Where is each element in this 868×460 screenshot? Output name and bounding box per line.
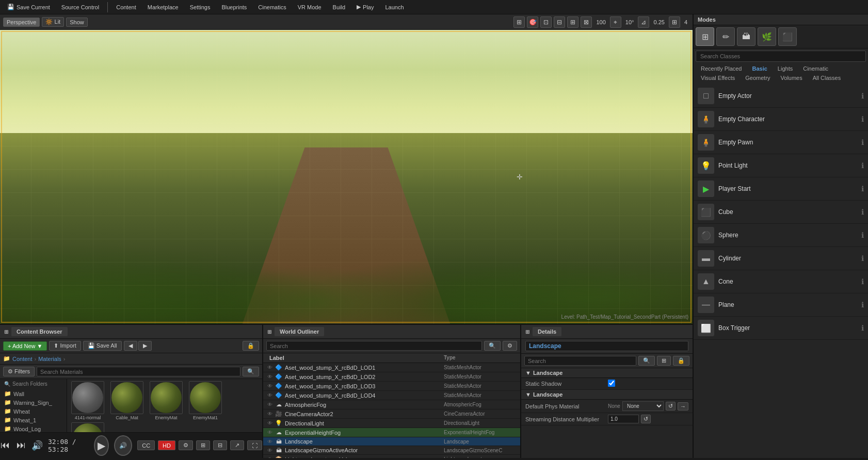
details-search-btn[interactable]: 🔍 [638,356,655,366]
wo-row[interactable]: 👁 💡 DirectionalLight DirectionalLight [263,419,520,428]
path-content[interactable]: Content [12,356,33,362]
volume-btn[interactable]: 🔊 [31,438,43,453]
menu-save-current[interactable]: 💾 Save Current [2,3,55,11]
wo-row[interactable]: 👁 🔷 Aset_wood_stump_X_rcBdD_LOD4 StaticM… [263,391,520,400]
details-search-input[interactable] [524,356,636,366]
lock-btn[interactable]: 🔒 [243,341,259,351]
folder-item[interactable]: 📁Wheat [0,407,67,416]
menu-build[interactable]: Build [328,3,350,11]
vp-icon-6[interactable]: ⊠ [581,17,592,28]
landscape-section-2[interactable]: ▼ Landscape [521,390,693,400]
mode-item-box-trigger[interactable]: ⬜ Box Trigger ℹ [694,317,868,340]
mode-category-lights[interactable]: Lights [773,64,798,73]
menu-settings[interactable]: Settings [185,3,216,11]
menu-cinematics[interactable]: Cinematics [253,3,291,11]
wo-search-btn[interactable]: 🔍 [484,341,501,351]
skip-back-btn[interactable]: ⏭ [15,438,26,453]
wo-row[interactable]: 👁 🎥 CineCameraActor2 CineCameraActor [263,409,520,419]
vp-icon-8[interactable]: ⊿ [638,17,649,28]
mode-category-recently-placed[interactable]: Recently Placed [696,64,747,73]
modes-search-input[interactable] [696,51,866,62]
mode-item-plane[interactable]: — Plane ℹ [694,293,868,317]
search-btn[interactable]: 🔍 [243,367,259,376]
menu-launch[interactable]: Launch [380,3,409,11]
wo-options-btn[interactable]: ⚙ [503,341,517,351]
mode-paint-btn[interactable]: ✏ [716,27,735,46]
wo-row[interactable]: 👁 🔷 Aset_wood_stump_X_rcBdD_LOD2 StaticM… [263,372,520,382]
menu-marketplace[interactable]: Marketplace [142,3,184,11]
mode-item-point-light[interactable]: 💡 Point Light ℹ [694,154,868,177]
mode-item-info-icon[interactable]: ℹ [861,277,864,286]
add-new-button[interactable]: + Add New ▼ [3,341,47,351]
mode-category-geometry[interactable]: Geometry [740,73,775,83]
mode-item-info-icon[interactable]: ℹ [861,92,864,100]
mode-foliage-btn[interactable]: 🌿 [758,27,776,46]
mode-item-info-icon[interactable]: ℹ [861,185,864,193]
wo-row[interactable]: 👁 🔷 Aset_wood_stump_X_rcBdD_LOD1 StaticM… [263,363,520,372]
mode-category-basic[interactable]: Basic [747,64,773,73]
lit-btn[interactable]: 🔆 Lit [42,17,64,27]
materials-search-input[interactable] [37,367,240,376]
vp-icon-9[interactable]: ⊞ [669,17,680,28]
filters-btn[interactable]: ⚙ Filters [3,367,35,376]
mode-landscape-btn[interactable]: 🏔 [737,27,756,46]
vp-icon-5[interactable]: ⊞ [567,17,578,28]
folder-item[interactable]: 📁Wheat_1 [0,416,67,424]
mode-category-volumes[interactable]: Volumes [776,73,808,83]
import-button[interactable]: ⬆ Import [49,341,81,351]
mode-item-info-icon[interactable]: ℹ [861,301,864,309]
streaming-reset-btn[interactable]: ↺ [641,415,651,423]
streaming-distance-input[interactable] [608,415,639,423]
mode-item-info-icon[interactable]: ℹ [861,231,864,239]
details-tab[interactable]: Details [533,327,561,336]
content-browser-tab[interactable]: Content Browser [11,327,68,336]
viewport-3d[interactable]: ✛ Level: Path_Test/Map_Tutorial_SecondPa… [0,30,693,324]
folder-item[interactable]: 📁Wall [0,389,67,398]
mode-category-cinematic[interactable]: Cinematic [798,64,833,73]
menu-source-control[interactable]: Source Control [56,3,104,11]
mode-item-info-icon[interactable]: ℹ [861,324,864,332]
nav-forward[interactable]: ▶ [138,341,152,351]
menu-blueprints[interactable]: Blueprints [216,3,252,11]
wo-row[interactable]: 👁 📦 LightmassImportanceVolume LightmassI… [263,455,520,458]
details-lock-btn[interactable]: 🔒 [673,356,689,366]
details-selected-name[interactable] [525,341,688,351]
landscape-section-header[interactable]: ▼ Landscape [521,368,693,378]
menu-vr-mode[interactable]: VR Mode [293,3,327,11]
mode-item-cylinder[interactable]: ▬ Cylinder ℹ [694,247,868,270]
folder-item[interactable]: 📁Warning_Sign_ [0,398,67,407]
wo-row[interactable]: 👁 ☁ AtmosphericFog AtmosphericFog [263,400,520,409]
show-btn[interactable]: Show [66,18,88,27]
nav-back[interactable]: ◀ [124,341,137,351]
layout-btn[interactable]: ⊞ [196,440,210,450]
material-thumbnail[interactable]: 4141-normal [69,381,106,420]
share-btn[interactable]: ↗ [230,440,244,450]
mode-item-info-icon[interactable]: ℹ [861,138,864,146]
world-outliner-tab[interactable]: World Outliner [275,327,324,336]
mode-category-all-classes[interactable]: All Classes [808,73,846,83]
material-thumbnail[interactable]: EnemyMat1 [187,381,224,420]
mode-item-empty-actor[interactable]: □ Empty Actor ℹ [694,85,868,108]
folder-item[interactable]: 📁Wood_Log [0,424,67,432]
vp-icon-7[interactable]: ⌖ [610,17,621,28]
phys-material-dropdown[interactable]: None [622,401,664,411]
mode-item-info-icon[interactable]: ℹ [861,161,864,170]
wo-row[interactable]: 👁 🏔 Landscape Landscape [263,437,520,446]
play-button[interactable]: ▶ [94,435,109,456]
cc-btn[interactable]: CC [137,440,155,450]
fullscreen-btn[interactable]: ⛶ [247,440,262,450]
pip-btn[interactable]: ⊟ [213,440,227,450]
wo-row[interactable]: 👁 ☁ ExponentialHeightFog ExponentialHeig… [263,428,520,437]
mode-item-empty-pawn[interactable]: 🧍 Empty Pawn ℹ [694,131,868,154]
settings-btn-vc[interactable]: ⚙ [179,440,193,450]
mode-item-info-icon[interactable]: ℹ [861,254,864,262]
static-shadow-checkbox[interactable] [608,380,615,387]
mode-item-cone[interactable]: ▲ Cone ℹ [694,270,868,293]
mode-item-sphere[interactable]: ⚫ Sphere ℹ [694,224,868,247]
vp-icon-4[interactable]: ⊟ [554,17,565,28]
mode-geometry-btn[interactable]: ⬛ [778,27,797,46]
volume-knob[interactable]: 🔊 [114,435,132,456]
details-view-btn[interactable]: ⊞ [657,356,671,366]
material-thumbnail[interactable]: EnemyMat [148,381,185,420]
vp-icon-3[interactable]: ⊡ [540,17,552,28]
